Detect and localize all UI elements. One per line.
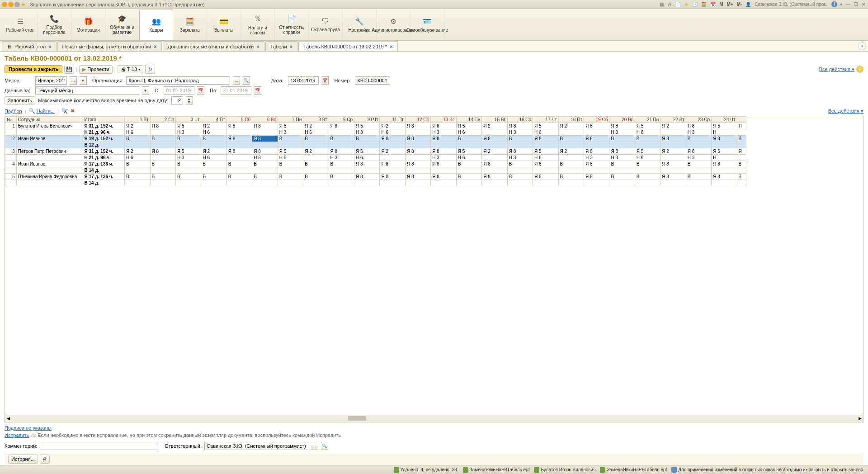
tab[interactable]: Табели× bbox=[265, 41, 297, 51]
tab[interactable]: Дополнительные отчеты и обработки× bbox=[163, 41, 264, 51]
memory-mplus[interactable]: M+ bbox=[726, 2, 734, 7]
nav-icon: 🔧 bbox=[355, 17, 364, 26]
tab-close-icon[interactable]: × bbox=[290, 44, 292, 49]
nav-item[interactable]: 🔧Настройка bbox=[343, 9, 377, 40]
nav-label: Самообслуживание bbox=[406, 28, 448, 33]
app-menu-icon[interactable] bbox=[2, 2, 7, 7]
nav-icon: ⚙ bbox=[390, 17, 396, 26]
tab-label: Печатные формы, отчеты и обработки bbox=[62, 44, 151, 49]
close-icon[interactable]: ✕ bbox=[861, 2, 866, 7]
maximize-icon[interactable]: ❐ bbox=[853, 2, 859, 7]
toolbar-icon[interactable]: ▦ bbox=[659, 2, 665, 7]
calendar-icon[interactable]: 📅 bbox=[709, 2, 717, 7]
nav-item[interactable]: 💳Выплаты bbox=[207, 9, 241, 40]
memory-m[interactable]: M bbox=[718, 2, 724, 7]
nav-item[interactable]: 🎁Мотивация bbox=[71, 9, 105, 40]
nav-label: Настройка bbox=[348, 28, 370, 33]
tab-label: Дополнительные отчеты и обработки bbox=[168, 44, 254, 49]
tab[interactable]: Табель КВ00-000001 от 13.02.2019 *× bbox=[298, 41, 398, 51]
nav-icon: 🧮 bbox=[185, 17, 194, 26]
nav-label: Подбор персонала bbox=[38, 25, 71, 35]
nav-label: Зарплата bbox=[180, 28, 200, 33]
nav-icon: 🎓 bbox=[118, 14, 127, 23]
nav-label: Мотивация bbox=[76, 28, 99, 33]
tabs-expand-button[interactable]: ▾ bbox=[858, 42, 866, 50]
info-icon[interactable]: i bbox=[831, 1, 837, 7]
window-buttons: ★ bbox=[2, 2, 27, 7]
favorite-icon[interactable]: ★ bbox=[684, 2, 689, 7]
tab-label: Табели bbox=[270, 44, 287, 49]
tab-close-icon[interactable]: × bbox=[256, 44, 259, 49]
window-title: Зарплата и управление персоналом КОРП, р… bbox=[30, 2, 205, 7]
tab[interactable]: 🖥Рабочий стол× bbox=[2, 41, 57, 51]
main-nav: ☰Рабочий стол📞Подбор персонала🎁Мотивация… bbox=[0, 9, 868, 41]
nav-item[interactable]: 🧮Зарплата bbox=[173, 9, 207, 40]
memory-mminus[interactable]: M- bbox=[736, 2, 743, 7]
nav-fwd-icon[interactable] bbox=[14, 2, 20, 7]
dropdown-icon[interactable]: ▾ bbox=[839, 2, 843, 7]
tab-icon: 🖥 bbox=[7, 44, 12, 49]
tab-close-icon[interactable]: × bbox=[390, 44, 392, 49]
nav-back-icon[interactable] bbox=[8, 2, 14, 7]
nav-icon: ％ bbox=[254, 14, 261, 24]
nav-icon: 👥 bbox=[152, 17, 161, 26]
user-icon: 👤 bbox=[745, 2, 752, 7]
nav-item[interactable]: 🎓Обучение и развитие bbox=[105, 9, 139, 40]
nav-icon: 🎁 bbox=[84, 17, 93, 26]
nav-icon: 📞 bbox=[50, 14, 59, 23]
nav-label: Кадры bbox=[150, 28, 163, 33]
nav-item[interactable]: 🪪Самообслуживание bbox=[410, 9, 444, 40]
favorite-icon[interactable]: ★ bbox=[21, 2, 27, 7]
tab-label: Рабочий стол bbox=[14, 44, 46, 49]
toolbar-icon[interactable]: 🖨 bbox=[666, 2, 673, 7]
calculator-icon[interactable]: 🧮 bbox=[700, 2, 708, 7]
nav-item[interactable]: ⚙Администрирование bbox=[377, 9, 410, 40]
nav-item[interactable]: 👥Кадры bbox=[139, 9, 173, 40]
toolbar-icon[interactable]: 🕓 bbox=[691, 2, 698, 7]
nav-label: Отчетность, справки bbox=[275, 25, 308, 35]
nav-icon: 📄 bbox=[287, 14, 296, 23]
nav-label: Выплаты bbox=[214, 28, 233, 33]
tab-close-icon[interactable]: × bbox=[154, 44, 156, 49]
tab[interactable]: Печатные формы, отчеты и обработки× bbox=[57, 41, 162, 51]
nav-item[interactable]: ％Налоги и взносы bbox=[241, 9, 275, 40]
nav-label: Рабочий стол bbox=[6, 28, 35, 33]
nav-label: Обучение и развитие bbox=[105, 25, 139, 35]
nav-item[interactable]: 📄Отчетность, справки bbox=[275, 9, 309, 40]
nav-label: Охрана труда bbox=[311, 27, 340, 32]
nav-item[interactable]: 🛡Охрана труда bbox=[309, 9, 343, 40]
tab-close-icon[interactable]: × bbox=[48, 44, 51, 49]
nav-icon: 💳 bbox=[219, 17, 228, 26]
tab-label: Табель КВ00-000001 от 13.02.2019 * bbox=[303, 44, 387, 49]
nav-item[interactable]: ☰Рабочий стол bbox=[4, 9, 38, 40]
nav-icon: 🪪 bbox=[423, 17, 432, 26]
tab-bar: 🖥Рабочий стол×Печатные формы, отчеты и о… bbox=[0, 41, 868, 52]
nav-icon: ☰ bbox=[17, 17, 24, 26]
nav-item[interactable]: 📞Подбор персонала bbox=[38, 9, 71, 40]
titlebar: ★ Зарплата и управление персоналом КОРП,… bbox=[0, 0, 868, 9]
nav-icon: 🛡 bbox=[322, 17, 329, 25]
minimize-icon[interactable]: — bbox=[845, 2, 851, 7]
user-label: Савинская З.Ю. (Системный прог... bbox=[754, 2, 830, 7]
toolbar-icon[interactable]: 📄 bbox=[675, 2, 682, 7]
nav-label: Налоги и взносы bbox=[241, 25, 274, 35]
